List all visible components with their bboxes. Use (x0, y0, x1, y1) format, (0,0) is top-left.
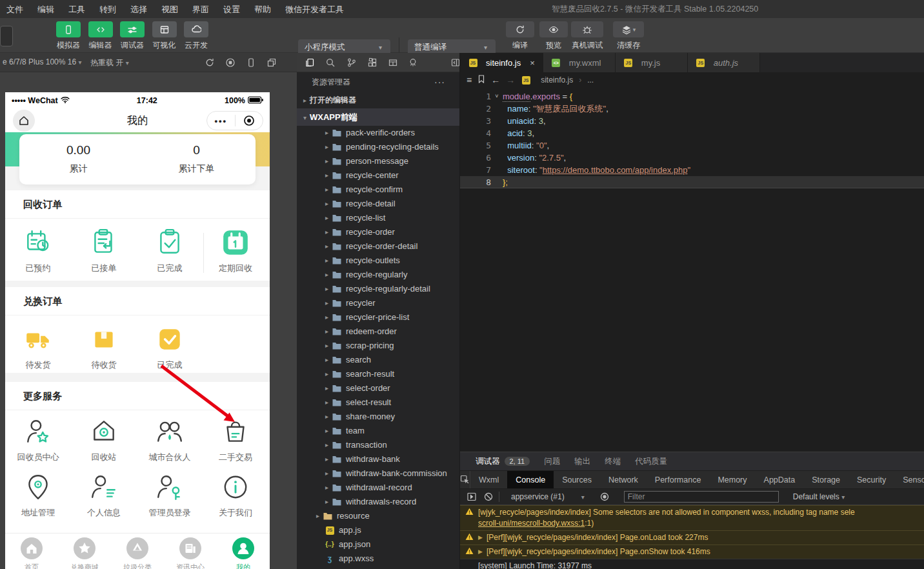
exit-target-icon[interactable] (236, 115, 263, 126)
tree-item-app.wxss[interactable]: ʒapp.wxss (297, 552, 459, 566)
source-control-icon[interactable] (346, 57, 357, 68)
tab-垃圾分类[interactable]: 垃圾分类 (111, 534, 164, 569)
tree-folder-redeem-order[interactable]: ▸redeem-order (297, 324, 459, 339)
tree-folder-person-message[interactable]: ▸person-message (297, 154, 459, 168)
editor-tab-siteinfo.js[interactable]: JSsiteinfo.js× (460, 53, 543, 72)
grid-item-已完成[interactable]: 已完成 (137, 228, 203, 274)
devtools-tab-Network[interactable]: Network (600, 471, 647, 488)
fold-icon[interactable]: ˅ (491, 90, 503, 103)
menu-item-工具[interactable]: 工具 (68, 4, 85, 15)
editor-tab-auth.js[interactable]: JSauth.js (688, 53, 760, 72)
tab-兑换商城[interactable]: 兑换商城 (58, 534, 111, 569)
editor-tab-my.wxml[interactable]: <>my.wxml (543, 53, 616, 72)
menu-item-选择[interactable]: 选择 (130, 4, 147, 15)
menu-item-视图[interactable]: 视图 (161, 4, 178, 15)
tree-folder-withdrawal-record[interactable]: ▸withdrawal-record (297, 481, 459, 495)
tree-item-app.json[interactable]: {..}app.json (297, 537, 459, 552)
inspect-element-icon[interactable] (460, 471, 470, 488)
log-levels-dropdown[interactable]: Default levels ▾ (793, 492, 848, 501)
expand-drawer-icon[interactable] (467, 492, 477, 502)
phone-frame-icon[interactable] (246, 57, 256, 68)
devtools-tab-Console[interactable]: Console (507, 471, 554, 488)
hot-reload-toggle[interactable]: 热重载 开 ▾ (90, 57, 132, 68)
collapse-sidebar-icon[interactable] (450, 57, 460, 68)
tree-folder-recycle-detail[interactable]: ▸recycle-detail (297, 197, 459, 211)
panel-button-模拟器[interactable]: 模拟器 (54, 21, 83, 51)
close-icon[interactable]: × (530, 58, 535, 68)
rotate-icon[interactable] (205, 57, 215, 68)
grid-item-回收员中心[interactable]: 回收员中心 (5, 417, 71, 463)
action-button-预览[interactable]: 预览 (537, 21, 570, 51)
grid-item-待发货[interactable]: 待发货 (5, 324, 71, 371)
breadcrumb-rest[interactable]: ... (587, 75, 594, 85)
grid-item-管理员登录[interactable]: 管理员登录 (137, 472, 203, 519)
tree-folder-recycle-list[interactable]: ▸recycle-list (297, 211, 459, 225)
tree-folder-recycle-center[interactable]: ▸recycle-center (297, 168, 459, 183)
menu-item-帮助[interactable]: 帮助 (254, 4, 271, 15)
devtools-tab-Wxml[interactable]: Wxml (470, 471, 507, 488)
tab-首页[interactable]: 首页 (5, 534, 58, 569)
devtools-tab-Security[interactable]: Security (849, 471, 894, 488)
devtools-tab-AppData[interactable]: AppData (756, 471, 804, 488)
console-filter-input[interactable] (624, 491, 779, 503)
tree-folder-transaction[interactable]: ▸transaction (297, 438, 459, 452)
package-icon[interactable] (388, 57, 398, 68)
tree-folder-recycle-regularly[interactable]: ▸recycle-regularly (297, 268, 459, 282)
grid-item-个人信息[interactable]: 个人信息 (71, 472, 137, 519)
breadcrumb-file[interactable]: siteinfo.js (541, 75, 573, 85)
menu-item-转到[interactable]: 转到 (99, 4, 116, 15)
tree-folder-scrap-pricing[interactable]: ▸scrap-pricing (297, 339, 459, 353)
editor-tab-my.js[interactable]: JSmy.js (616, 53, 688, 72)
tree-folder-share-money[interactable]: ▸share-money (297, 410, 459, 424)
back-icon[interactable]: ← (491, 75, 500, 85)
tree-folder-recycle-order-detail[interactable]: ▸recycle-order-detail (297, 239, 459, 254)
tree-folder-withdraw-bank[interactable]: ▸withdraw-bank (297, 452, 459, 466)
tree-folder-recycler[interactable]: ▸recycler (297, 296, 459, 310)
devtools-tab-Storage[interactable]: Storage (803, 471, 849, 488)
panel-button-可视化[interactable]: 可视化 (150, 21, 179, 51)
devtools-tab-Sensor[interactable]: Sensor (894, 471, 924, 488)
detach-window-icon[interactable] (266, 57, 277, 68)
grid-item-地址管理[interactable]: 地址管理 (5, 472, 71, 519)
panel-button-调试器[interactable]: 调试器 (118, 21, 146, 51)
more-icon[interactable]: ••• (207, 116, 235, 126)
tree-folder-search[interactable]: ▸search (297, 353, 459, 367)
code-area[interactable]: 1˅module.exports = {2 name: "智慧废品回收系统",3… (460, 90, 924, 188)
tree-folder-recycle-outlets[interactable]: ▸recycle-outlets (297, 254, 459, 268)
app-logo[interactable] (0, 26, 13, 46)
record-icon[interactable] (225, 57, 236, 68)
tree-folder-pending-recycling-details[interactable]: ▸pending-recycling-details (297, 140, 459, 154)
grid-item-定期回收[interactable]: 定期回收 (203, 228, 268, 274)
panel-tab-调试器[interactable]: 调试器2, 11 (476, 456, 530, 467)
tree-folder-recycle-order[interactable]: ▸recycle-order (297, 225, 459, 239)
grid-item-二手交易[interactable]: 二手交易 (203, 417, 268, 463)
panel-tab-输出[interactable]: 输出 (574, 456, 590, 467)
panel-button-编辑器[interactable]: 编辑器 (86, 21, 115, 51)
explorer-more-icon[interactable]: ··· (434, 72, 445, 92)
tab-资讯中心[interactable]: 资讯中心 (164, 534, 217, 569)
tree-folder-search-result[interactable]: ▸search-result (297, 367, 459, 381)
action-button-清缓存[interactable]: ▾清缓存 (612, 21, 645, 51)
clear-console-icon[interactable] (483, 492, 494, 502)
grid-item-已完成[interactable]: 已完成 (137, 324, 203, 371)
devtools-tab-Sources[interactable]: Sources (554, 471, 600, 488)
panel-button-云开发[interactable]: 云开发 (182, 21, 210, 51)
tree-folder-recycle-regularly-detail[interactable]: ▸recycle-regularly-detail (297, 282, 459, 296)
forward-icon[interactable]: → (506, 75, 515, 85)
menu-item-界面[interactable]: 界面 (192, 4, 209, 15)
tree-item-resource[interactable]: ▸resource (297, 509, 459, 523)
outline-icon[interactable]: ≡ (467, 75, 472, 85)
extensions-icon[interactable] (367, 57, 377, 68)
files-icon[interactable] (305, 57, 315, 68)
menu-item-微信开发者工具[interactable]: 微信开发者工具 (285, 4, 344, 15)
tree-folder-withdrawals-record[interactable]: ▸withdrawals-record (297, 495, 459, 509)
expand-icon[interactable]: ▶ (478, 548, 483, 555)
grid-item-城市合伙人[interactable]: 城市合伙人 (137, 417, 203, 463)
grid-item-已接单[interactable]: 已接单 (71, 228, 137, 274)
tree-folder-recycle-confirm[interactable]: ▸recycle-confirm (297, 183, 459, 197)
eye-watch-icon[interactable] (599, 492, 610, 502)
menu-item-编辑[interactable]: 编辑 (37, 4, 54, 15)
console-link[interactable]: scroll-uni/mescroll-body.wxss:1 (478, 519, 585, 528)
tree-folder-select-result[interactable]: ▸select-result (297, 395, 459, 410)
panel-tab-问题[interactable]: 问题 (544, 456, 560, 467)
